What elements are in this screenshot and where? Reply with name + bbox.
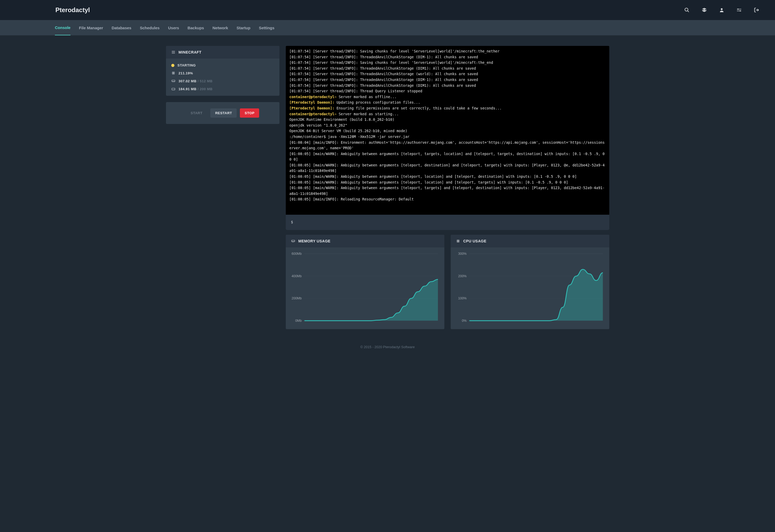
status-dot-icon (171, 64, 174, 67)
topbar: Pterodactyl (0, 0, 775, 20)
svg-rect-20 (291, 240, 295, 241)
memory-used: 307.02 MB (179, 79, 197, 83)
status-row: STARTING (171, 63, 274, 67)
restart-button[interactable]: RESTART (210, 108, 237, 118)
svg-text:300%: 300% (458, 252, 467, 256)
console-input-bar[interactable]: $ (286, 215, 609, 230)
status-label: STARTING (178, 63, 196, 67)
start-button: START (186, 108, 207, 118)
svg-line-1 (688, 11, 689, 12)
cpu-chart: 0%100%200%300% (452, 251, 606, 325)
cpu-row: 211.19% (171, 71, 274, 75)
memory-limit: 512 MB (200, 79, 213, 83)
svg-point-0 (685, 8, 688, 11)
svg-text:100%: 100% (458, 296, 467, 300)
cpu-chart-title: CPU USAGE (463, 239, 487, 243)
tab-schedules[interactable]: Schedules (140, 20, 160, 35)
console: [01:07:54] [Server thread/INFO]: Saving … (286, 46, 609, 230)
svg-rect-8 (172, 51, 175, 51)
memory-chart-panel: MEMORY USAGE 0Mb200Mb400Mb600Mb (286, 235, 445, 329)
server-info-panel: MINECRAFT STARTING 211.19% 307.02 MB / 5… (166, 46, 279, 96)
cpu-icon (456, 239, 460, 243)
layers-icon[interactable] (702, 7, 707, 13)
memory-chart: 0Mb200Mb400Mb600Mb (287, 251, 441, 325)
cpu-chart-header: CPU USAGE (451, 235, 609, 247)
topbar-icons (684, 7, 759, 13)
console-output[interactable]: [01:07:54] [Server thread/INFO]: Saving … (286, 46, 609, 215)
tab-backups[interactable]: Backups (188, 20, 204, 35)
settings-icon[interactable] (736, 7, 742, 13)
tab-databases[interactable]: Databases (112, 20, 131, 35)
tab-startup[interactable]: Startup (236, 20, 250, 35)
svg-text:0%: 0% (462, 319, 467, 323)
disk-row: 184.91 MB / 200 MB (171, 87, 274, 91)
svg-rect-5 (737, 9, 742, 9)
search-icon[interactable] (684, 7, 690, 13)
logout-icon[interactable] (754, 7, 759, 13)
cpu-icon (171, 71, 175, 75)
tab-file-manager[interactable]: File Manager (79, 20, 103, 35)
memory-chart-header: MEMORY USAGE (286, 235, 445, 247)
svg-text:200Mb: 200Mb (291, 296, 301, 300)
tab-users[interactable]: Users (168, 20, 179, 35)
svg-rect-12 (173, 73, 174, 74)
disk-used: 184.91 MB (179, 87, 197, 91)
stop-button[interactable]: STOP (240, 108, 259, 118)
memory-icon (291, 239, 295, 243)
disk-limit: 200 MB (200, 87, 213, 91)
svg-rect-9 (172, 52, 175, 52)
memory-row: 307.02 MB / 512 MB (171, 79, 274, 83)
cpu-value: 211.19% (179, 71, 193, 75)
svg-text:400Mb: 400Mb (291, 274, 301, 278)
server-name: MINECRAFT (179, 50, 202, 54)
svg-rect-13 (172, 80, 175, 82)
svg-rect-10 (172, 53, 175, 53)
memory-icon (171, 79, 175, 83)
svg-text:0Mb: 0Mb (295, 319, 301, 323)
tab-console[interactable]: Console (55, 20, 70, 35)
svg-rect-32 (458, 241, 459, 242)
console-prompt: $ (291, 219, 293, 225)
disk-icon (171, 87, 175, 91)
footer: © 2015 - 2020 Pterodactyl Software (0, 334, 775, 357)
bars-icon (171, 50, 175, 54)
server-info-header: MINECRAFT (166, 46, 279, 59)
svg-text:600Mb: 600Mb (291, 252, 301, 256)
console-input[interactable] (295, 220, 604, 224)
tab-settings[interactable]: Settings (259, 20, 274, 35)
memory-chart-title: MEMORY USAGE (298, 239, 330, 243)
svg-rect-6 (737, 11, 742, 11)
power-panel: START RESTART STOP (166, 102, 279, 124)
brand-title[interactable]: Pterodactyl (55, 6, 90, 14)
tabbar: ConsoleFile ManagerDatabasesSchedulesUse… (0, 20, 775, 35)
svg-text:200%: 200% (458, 274, 467, 278)
svg-point-2 (721, 8, 723, 10)
cpu-chart-panel: CPU USAGE 0%100%200%300% (451, 235, 609, 329)
user-icon[interactable] (719, 7, 724, 13)
tab-network[interactable]: Network (212, 20, 228, 35)
